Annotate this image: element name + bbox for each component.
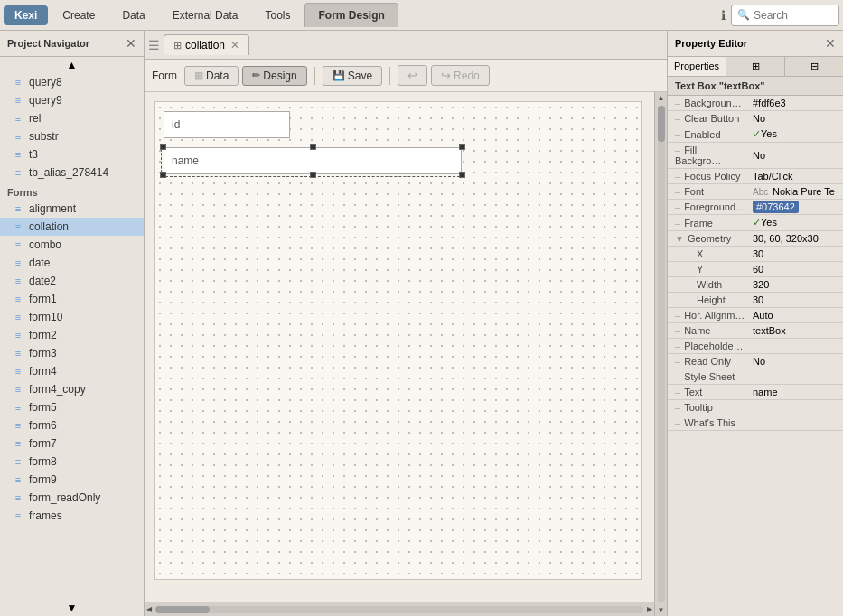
save-btn[interactable]: 💾 Save <box>323 66 382 86</box>
handle-bm[interactable] <box>310 172 316 178</box>
collation-tab[interactable]: ⊞ collation ✕ <box>164 34 249 55</box>
nav-item-alignment[interactable]: ≡ alignment <box>0 200 144 218</box>
prop-value-cell[interactable]: 320 <box>749 277 843 293</box>
prop-value-cell[interactable]: #073642 <box>749 200 843 215</box>
prop-value-cell[interactable] <box>749 369 843 385</box>
prop-row: –Clear ButtonNo <box>668 111 843 126</box>
prop-value-cell[interactable] <box>749 400 843 415</box>
menu-bar: Kexi Create Data External Data Tools For… <box>0 0 843 31</box>
prop-value-cell[interactable]: 30, 60, 320x30 <box>749 231 843 247</box>
undo-btn[interactable]: ↩ <box>398 65 427 86</box>
prop-value-cell[interactable]: No <box>749 111 843 126</box>
hscroll-thumb[interactable] <box>155 606 210 613</box>
prop-dash-icon: – <box>675 310 680 321</box>
form-icon: ≡ <box>11 382 25 397</box>
vscroll-down-arrow[interactable]: ▼ <box>656 604 667 616</box>
prop-name-cell: –Foreground… <box>668 200 749 215</box>
nav-item-form-readonly[interactable]: ≡ form_readOnly <box>0 489 144 507</box>
handle-br[interactable] <box>459 172 465 178</box>
nav-item-rel[interactable]: ≡ rel <box>0 109 144 127</box>
form-field-name[interactable] <box>164 147 462 174</box>
prop-value-cell[interactable]: ✓Yes <box>749 215 843 231</box>
nav-item-date2[interactable]: ≡ date2 <box>0 272 144 290</box>
nav-scroll-up[interactable]: ▲ <box>0 57 144 73</box>
prop-value-cell[interactable]: Tab/Click <box>749 169 843 184</box>
prop-value-cell[interactable]: name <box>749 385 843 400</box>
nav-item-form1[interactable]: ≡ form1 <box>0 290 144 308</box>
vscroll-up-arrow[interactable]: ▲ <box>656 92 667 104</box>
search-input[interactable] <box>754 9 833 22</box>
nav-item-date[interactable]: ≡ date <box>0 254 144 272</box>
data-tab[interactable]: Data <box>109 4 157 27</box>
prop-expand-icon[interactable]: ▼ <box>675 234 684 244</box>
nav-item-form4[interactable]: ≡ form4 <box>0 362 144 380</box>
prop-value-cell[interactable]: textBox <box>749 323 843 339</box>
form-field-id[interactable] <box>164 111 290 138</box>
data-btn[interactable]: ▦ Data <box>184 66 239 86</box>
handle-bl[interactable] <box>160 172 166 178</box>
prop-value-cell[interactable] <box>749 339 843 354</box>
form-vscroll[interactable]: ▲ ▼ <box>654 92 667 616</box>
nav-item-tb-alias[interactable]: ≡ tb_alias_278414 <box>0 163 144 182</box>
nav-item-form7[interactable]: ≡ form7 <box>0 434 144 453</box>
nav-scroll-down[interactable]: ▼ <box>0 600 144 616</box>
id-input[interactable] <box>164 111 290 138</box>
nav-item-t3[interactable]: ≡ t3 <box>0 145 144 163</box>
project-nav-close[interactable]: ✕ <box>126 36 136 51</box>
info-icon-btn[interactable]: ℹ <box>717 5 729 26</box>
nav-item-form5[interactable]: ≡ form5 <box>0 398 144 416</box>
prop-value-cell[interactable]: No <box>749 354 843 369</box>
nav-item-collation[interactable]: ≡ collation <box>0 218 144 236</box>
nav-item-substr[interactable]: ≡ substr <box>0 127 144 145</box>
handle-tm[interactable] <box>310 144 316 150</box>
hscroll-left-arrow[interactable]: ◀ <box>145 605 154 613</box>
prop-value: 30 <box>753 294 763 305</box>
nav-item-form3[interactable]: ≡ form3 <box>0 344 144 362</box>
external-data-tab[interactable]: External Data <box>160 4 251 27</box>
prop-value-cell[interactable]: Auto <box>749 308 843 323</box>
nav-item-form2[interactable]: ≡ form2 <box>0 326 144 344</box>
prop-value-cell[interactable]: #fdf6e3 <box>749 96 843 111</box>
prop-value-cell[interactable]: No <box>749 143 843 169</box>
prop-value-cell[interactable]: Abc Nokia Pure Te <box>749 184 843 200</box>
nav-item-combo[interactable]: ≡ combo <box>0 236 144 254</box>
name-input[interactable] <box>164 147 462 174</box>
prop-value-cell[interactable]: 30 <box>749 247 843 262</box>
form-icon: ≡ <box>11 256 25 270</box>
nav-item-query9[interactable]: ≡ query9 <box>0 91 144 109</box>
prop-tab-layout[interactable]: ⊟ <box>785 57 843 76</box>
tab-bar: ☰ ⊞ collation ✕ <box>145 31 667 60</box>
handle-tr[interactable] <box>459 144 465 150</box>
prop-tab-table[interactable]: ⊞ <box>726 57 785 76</box>
hscroll-right-arrow[interactable]: ▶ <box>645 605 654 613</box>
nav-item-form10[interactable]: ≡ form10 <box>0 308 144 326</box>
prop-value-cell[interactable]: 60 <box>749 262 843 277</box>
prop-value-cell[interactable] <box>749 415 843 431</box>
undo-icon: ↩ <box>407 69 417 82</box>
prop-name-cell: –Font <box>668 184 749 200</box>
kexi-tab[interactable]: Kexi <box>4 5 48 25</box>
nav-item-form6[interactable]: ≡ form6 <box>0 416 144 434</box>
nav-item-form8[interactable]: ≡ form8 <box>0 453 144 471</box>
tab-close-btn[interactable]: ✕ <box>230 39 239 51</box>
property-editor-close[interactable]: ✕ <box>825 36 836 51</box>
nav-item-frames[interactable]: ≡ frames <box>0 507 144 525</box>
prop-dash-icon: – <box>675 171 680 182</box>
nav-item-form4-copy[interactable]: ≡ form4_copy <box>0 380 144 398</box>
tools-tab[interactable]: Tools <box>252 4 303 27</box>
vscroll-track <box>658 106 665 602</box>
prop-value-cell[interactable]: ✓Yes <box>749 126 843 143</box>
nav-item-query8[interactable]: ≡ query8 <box>0 73 144 91</box>
form-design-tab[interactable]: Form Design <box>304 3 398 27</box>
prop-tab-properties[interactable]: Properties <box>668 57 726 76</box>
nav-item-form9[interactable]: ≡ form9 <box>0 471 144 489</box>
design-btn[interactable]: ✏ Design <box>242 66 306 86</box>
redo-btn[interactable]: ↪ Redo <box>431 65 490 86</box>
create-tab[interactable]: Create <box>50 4 108 27</box>
vscroll-thumb[interactable] <box>658 106 665 142</box>
form-tab-icon: ⊞ <box>173 40 182 51</box>
prop-value-cell[interactable]: 30 <box>749 293 843 308</box>
handle-tl[interactable] <box>160 144 166 150</box>
form-icon: ≡ <box>11 238 25 252</box>
query-icon: ≡ <box>11 93 25 107</box>
